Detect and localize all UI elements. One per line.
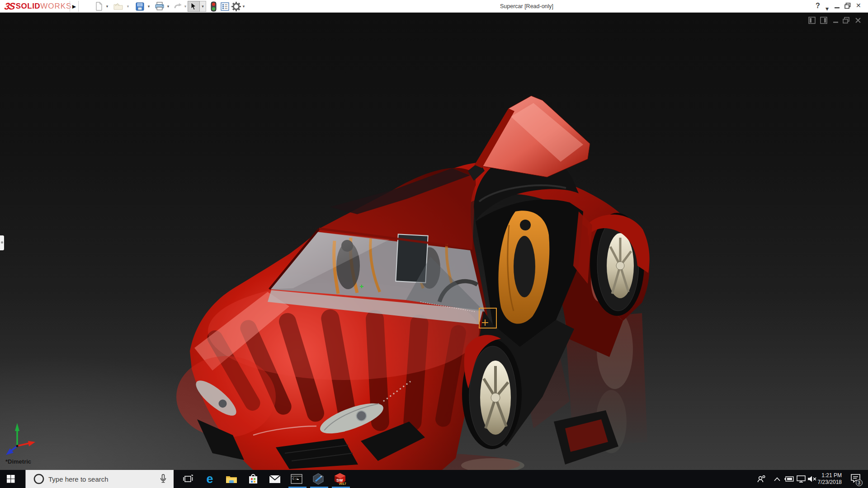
battery-button[interactable] xyxy=(783,470,796,488)
microphone-icon[interactable] xyxy=(159,474,167,484)
tray-date: 7/23/2018 xyxy=(818,479,842,486)
solidworks-logo: 3S SOLID WORKS xyxy=(5,1,71,12)
windows-taskbar: e C:\ xyxy=(0,470,868,488)
view-orientation-label: *Dimetric xyxy=(5,458,31,465)
task-view-icon xyxy=(183,474,193,483)
child-close-icon[interactable] xyxy=(854,16,863,24)
document-title: Supercar [Read-only] xyxy=(470,3,583,9)
print-dropdown[interactable]: ▾ xyxy=(166,1,170,12)
options-gear-icon[interactable] xyxy=(231,1,241,12)
restore-button[interactable] xyxy=(844,3,851,10)
taskbar-search[interactable] xyxy=(25,470,174,488)
search-input[interactable] xyxy=(48,475,152,483)
mail-button[interactable] xyxy=(265,470,285,488)
child-minimize-icon[interactable] xyxy=(831,16,840,24)
solidworks-2017-icon: SW 2017 xyxy=(334,473,346,485)
network-icon xyxy=(797,475,806,483)
windows-logo-icon xyxy=(7,475,15,483)
select-tool-button[interactable] xyxy=(188,1,200,12)
store-button[interactable] xyxy=(243,470,263,488)
chevron-up-icon xyxy=(774,477,780,481)
collapsed-panel-tab[interactable] xyxy=(0,235,4,250)
panel-tab-grip xyxy=(1,241,3,244)
cortana-icon xyxy=(33,473,45,485)
open-icon[interactable] xyxy=(113,1,124,12)
mail-icon xyxy=(269,475,281,483)
graphics-viewport[interactable]: *Dimetric xyxy=(0,13,868,470)
save-dropdown[interactable]: ▾ xyxy=(146,1,151,12)
print-icon[interactable] xyxy=(154,1,165,12)
help-button[interactable]: ? xyxy=(816,2,820,10)
tray-time: 1:21 PM xyxy=(818,472,842,479)
save-icon[interactable] xyxy=(134,1,145,12)
file-properties-icon[interactable] xyxy=(219,1,230,12)
3d-model-supercar[interactable] xyxy=(0,13,868,470)
speaker-muted-icon xyxy=(807,475,816,483)
composer-hexagon-icon xyxy=(312,473,324,485)
composer-hexagon-button[interactable] xyxy=(308,470,328,488)
edge-button[interactable]: e xyxy=(200,470,220,488)
minimize-button[interactable] xyxy=(835,3,840,10)
action-center-button[interactable]: 3 xyxy=(846,470,864,488)
store-icon xyxy=(248,474,258,484)
sw-year: 2017 xyxy=(339,482,346,485)
file-explorer-icon xyxy=(226,474,237,484)
rebuild-traffic-light-icon[interactable] xyxy=(209,1,218,12)
people-button[interactable] xyxy=(754,470,769,488)
select-tool-dropdown[interactable]: ▾ xyxy=(200,1,206,12)
start-button[interactable] xyxy=(0,470,22,488)
volume-button[interactable] xyxy=(806,470,818,488)
undo-dropdown[interactable]: ▾ xyxy=(183,1,188,12)
undo-icon[interactable] xyxy=(173,1,184,12)
command-prompt-button[interactable]: C:\ xyxy=(287,470,307,488)
people-icon xyxy=(757,474,766,483)
notification-badge: 3 xyxy=(856,479,863,486)
command-prompt-icon: C:\ xyxy=(291,474,302,484)
new-document-dropdown[interactable]: ▾ xyxy=(105,1,109,12)
pane-toggle-right-icon[interactable] xyxy=(819,16,828,24)
titlebar: 3S SOLID WORKS ▶ ▾ ▾ ▾ ▾ ▾ ▾ xyxy=(0,0,868,13)
close-button[interactable]: ✕ xyxy=(856,2,861,9)
options-dropdown[interactable]: ▾ xyxy=(241,1,246,12)
edge-icon: e xyxy=(206,473,213,485)
battery-icon xyxy=(784,476,794,482)
task-view-button[interactable] xyxy=(178,470,198,488)
toolbar-flyout-button[interactable]: ▶ xyxy=(70,1,79,12)
tray-clock[interactable]: 1:21 PM 7/23/2018 xyxy=(818,472,842,486)
new-document-icon[interactable] xyxy=(94,1,104,12)
solidworks-logo-glyph: 3S xyxy=(4,1,15,12)
orientation-triad xyxy=(6,423,35,455)
pane-toggle-left-icon[interactable] xyxy=(807,16,816,24)
open-dropdown[interactable]: ▾ xyxy=(126,1,130,12)
tray-expand-button[interactable] xyxy=(771,470,783,488)
solidworks-2017-button[interactable]: SW 2017 xyxy=(330,470,350,488)
file-explorer-button[interactable] xyxy=(222,470,241,488)
child-restore-icon[interactable] xyxy=(842,16,851,24)
